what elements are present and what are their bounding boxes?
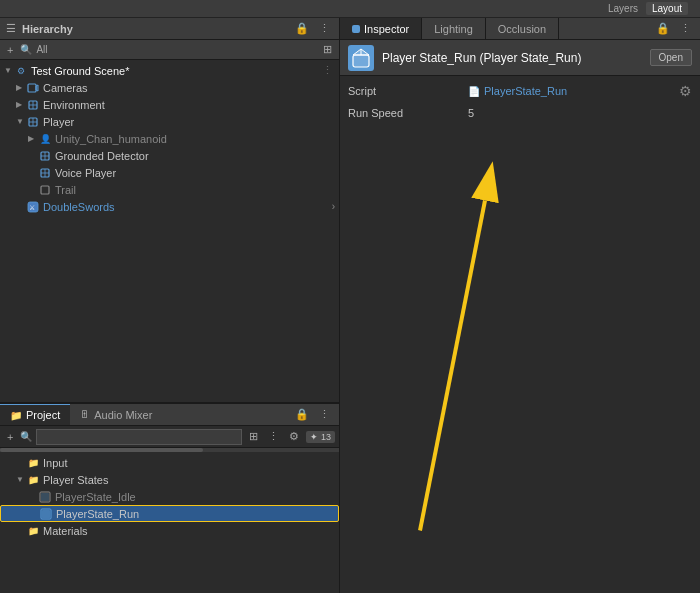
tree-item-environment[interactable]: ▶ Environment xyxy=(0,96,339,113)
hierarchy-header: ☰ Hierarchy 🔒 ⋮ xyxy=(0,18,339,40)
audio-mixer-icon: 🎚 xyxy=(80,409,90,420)
inspector-lock-icon[interactable]: 🔒 xyxy=(653,21,673,36)
project-item-materials[interactable]: 📁 Materials xyxy=(0,522,339,539)
audio-tab-label: Audio Mixer xyxy=(94,409,152,421)
project-icon2[interactable]: ⋮ xyxy=(265,429,282,444)
idle-script-icon xyxy=(38,490,52,504)
script-row: Script 📄 PlayerState_Run ⚙ xyxy=(348,82,692,100)
materials-label: Materials xyxy=(43,525,88,537)
trail-icon xyxy=(38,183,52,197)
project-tabs: 📁 Project 🎚 Audio Mixer 🔒 ⋮ xyxy=(0,404,339,426)
project-more-icon[interactable]: ⋮ xyxy=(316,407,333,422)
hierarchy-lock-icon[interactable]: 🔒 xyxy=(292,21,312,36)
arrow-grounded xyxy=(28,151,38,160)
main-area: ☰ Hierarchy 🔒 ⋮ + 🔍 All ⊞ ▼ ⚙ Test Groun… xyxy=(0,18,700,593)
svg-text:⚔: ⚔ xyxy=(29,204,35,211)
hierarchy-title: Hierarchy xyxy=(22,23,73,35)
environment-label: Environment xyxy=(43,99,105,111)
idle-label: PlayerState_Idle xyxy=(55,491,136,503)
inspector-more-icon[interactable]: ⋮ xyxy=(677,21,694,36)
script-value[interactable]: PlayerState_Run xyxy=(484,85,679,97)
tree-item-cameras[interactable]: ▶ Cameras xyxy=(0,79,339,96)
run-speed-row: Run Speed 5 xyxy=(348,104,692,122)
project-folder-icon: 📁 xyxy=(10,410,22,421)
arrow-trail xyxy=(28,185,38,194)
top-bar-tabs: Layers Layout xyxy=(602,2,688,15)
layout-tab[interactable]: Layout xyxy=(646,2,688,15)
project-item-idle[interactable]: PlayerState_Idle xyxy=(0,488,339,505)
tree-item-trail[interactable]: Trail xyxy=(0,181,339,198)
hierarchy-search-icon: 🔍 xyxy=(20,44,32,55)
cameras-label: Cameras xyxy=(43,82,88,94)
project-icon1[interactable]: ⊞ xyxy=(246,429,261,444)
open-button[interactable]: Open xyxy=(650,49,692,66)
scene-icon: ⚙ xyxy=(14,64,28,78)
project-lock-icon[interactable]: 🔒 xyxy=(292,407,312,422)
tree-item-grounded-detector[interactable]: Grounded Detector xyxy=(0,147,339,164)
component-header: Player State_Run (Player State_Run) Open xyxy=(340,40,700,76)
hierarchy-all-label: All xyxy=(36,44,47,55)
arrow-container xyxy=(340,128,700,593)
scroll-thumb[interactable] xyxy=(0,448,203,452)
project-icon3[interactable]: ⚙ xyxy=(286,429,302,444)
inspector-dot xyxy=(352,25,360,33)
scene-label: Test Ground Scene* xyxy=(31,65,129,77)
tab-audio-mixer[interactable]: 🎚 Audio Mixer xyxy=(70,404,162,425)
project-search-input[interactable] xyxy=(36,429,242,445)
project-content: 📁 Input ▼ 📁 Player States xyxy=(0,452,339,593)
project-tab-label: Project xyxy=(26,409,60,421)
tree-item-scene[interactable]: ▼ ⚙ Test Ground Scene* ⋮ xyxy=(0,62,339,79)
component-title: Player State_Run (Player State_Run) xyxy=(382,51,650,65)
scroll-bar xyxy=(0,448,339,452)
project-add-icon[interactable]: + xyxy=(4,430,16,444)
p-arrow-player-states: ▼ xyxy=(16,475,26,484)
tree-item-unity-chan[interactable]: ▶ 👤 Unity_Chan_humanoid xyxy=(0,130,339,147)
doubleswords-arrow: › xyxy=(332,201,339,212)
tab-lighting[interactable]: Lighting xyxy=(422,18,486,39)
tab-inspector[interactable]: Inspector xyxy=(340,18,422,39)
trail-label: Trail xyxy=(55,184,76,196)
script-file-icon: 📄 xyxy=(468,86,480,97)
arrow-environment: ▶ xyxy=(16,100,26,109)
occlusion-tab-label: Occlusion xyxy=(498,23,546,35)
run-label: PlayerState_Run xyxy=(56,508,139,520)
svg-marker-1 xyxy=(36,85,38,91)
hierarchy-add-icon[interactable]: + xyxy=(4,43,16,57)
player-label: Player xyxy=(43,116,74,128)
top-bar: Layers Layout xyxy=(0,0,700,18)
p-arrow-idle xyxy=(28,492,38,501)
project-item-player-states[interactable]: ▼ 📁 Player States xyxy=(0,471,339,488)
component-logo xyxy=(348,45,374,71)
voice-player-label: Voice Player xyxy=(55,167,116,179)
arrow-doubleswords xyxy=(16,202,26,211)
tree-item-player[interactable]: ▼ Player xyxy=(0,113,339,130)
input-label: Input xyxy=(43,457,67,469)
project-item-input[interactable]: 📁 Input xyxy=(0,454,339,471)
project-item-run[interactable]: PlayerState_Run xyxy=(0,505,339,522)
player-states-label: Player States xyxy=(43,474,108,486)
tree-item-doubleswords[interactable]: ⚔ DoubleSwords › xyxy=(0,198,339,215)
hierarchy-expand-icon[interactable]: ⊞ xyxy=(320,42,335,57)
tab-occlusion[interactable]: Occlusion xyxy=(486,18,559,39)
hierarchy-more-icon[interactable]: ⋮ xyxy=(316,21,333,36)
doubleswords-icon: ⚔ xyxy=(26,200,40,214)
arrow-scene: ▼ xyxy=(4,66,14,75)
hierarchy-header-icons: 🔒 ⋮ xyxy=(292,21,333,36)
materials-folder-icon: 📁 xyxy=(26,524,40,538)
scene-dots[interactable]: ⋮ xyxy=(322,64,339,77)
layers-tab[interactable]: Layers xyxy=(602,2,644,15)
arrow-voice xyxy=(28,168,38,177)
p-arrow-materials xyxy=(16,526,26,535)
svg-line-25 xyxy=(420,201,485,531)
hierarchy-search-bar: + 🔍 All ⊞ xyxy=(0,40,339,60)
tree-item-voice-player[interactable]: Voice Player xyxy=(0,164,339,181)
script-settings-icon[interactable]: ⚙ xyxy=(679,83,692,99)
tab-project[interactable]: 📁 Project xyxy=(0,404,70,425)
run-speed-label: Run Speed xyxy=(348,107,468,119)
inspector-fields: Script 📄 PlayerState_Run ⚙ Run Speed 5 xyxy=(340,76,700,128)
player-states-folder-icon: 📁 xyxy=(26,473,40,487)
grounded-detector-label: Grounded Detector xyxy=(55,150,149,162)
project-panel: 📁 Project 🎚 Audio Mixer 🔒 ⋮ + 🔍 ⊞ ⋮ ⚙ xyxy=(0,403,339,593)
left-panel: ☰ Hierarchy 🔒 ⋮ + 🔍 All ⊞ ▼ ⚙ Test Groun… xyxy=(0,18,340,593)
hierarchy-menu-icon[interactable]: ☰ xyxy=(6,22,16,35)
